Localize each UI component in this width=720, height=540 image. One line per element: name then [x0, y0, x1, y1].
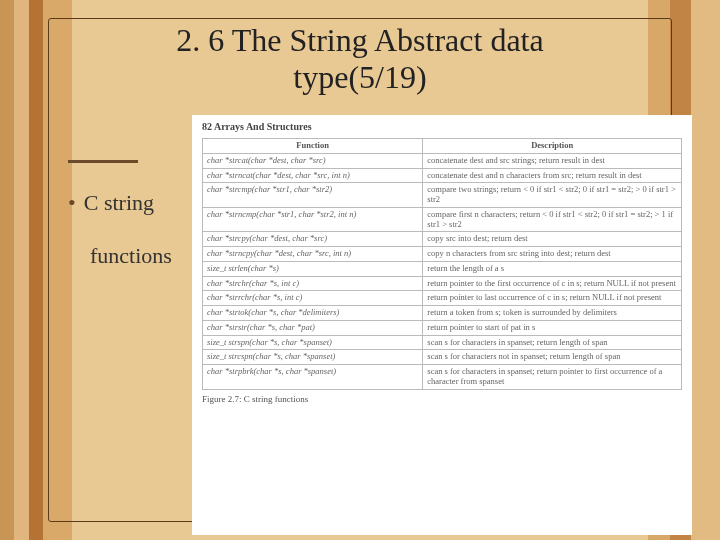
table-row: char *strpbrk(char *s, char *spanset)sca… — [203, 365, 682, 390]
function-signature: char *strncpy(char *dest, char *src, int… — [203, 247, 423, 262]
function-description: return the length of a s — [423, 261, 682, 276]
bullet-text-2: functions — [90, 238, 172, 273]
function-description: scan s for characters not in spanset; re… — [423, 350, 682, 365]
function-signature: char *strcpy(char *dest, char *src) — [203, 232, 423, 247]
table-row: char *strncat(char *dest, char *src, int… — [203, 168, 682, 183]
table-head-description: Description — [423, 139, 682, 154]
function-description: return pointer to start of pat in s — [423, 320, 682, 335]
table-row: char *strchr(char *s, int c)return point… — [203, 276, 682, 291]
function-description: compare first n characters; return < 0 i… — [423, 207, 682, 232]
title-line-1: 2. 6 The String Abstract data — [176, 22, 543, 58]
function-description: concatenate dest and n characters from s… — [423, 168, 682, 183]
function-signature: size_t strlen(char *s) — [203, 261, 423, 276]
table-row: char *strncmp(char *str1, char *str2, in… — [203, 207, 682, 232]
function-signature: char *strrchr(char *s, int c) — [203, 291, 423, 306]
function-description: return pointer to last occurrence of c i… — [423, 291, 682, 306]
function-signature: char *strcmp(char *str1, char *str2) — [203, 183, 423, 208]
scan-page-header: 82 Arrays And Structures — [202, 121, 682, 132]
bullet-block: •C string functions — [68, 185, 172, 273]
function-signature: size_t strspn(char *s, char *spanset) — [203, 335, 423, 350]
table-row: size_t strlen(char *s)return the length … — [203, 261, 682, 276]
decorative-rule — [68, 160, 138, 163]
function-signature: char *strstr(char *s, char *pat) — [203, 320, 423, 335]
table-row: char *strrchr(char *s, int c)return poin… — [203, 291, 682, 306]
string-functions-table: Function Description char *strcat(char *… — [202, 138, 682, 390]
table-row: char *strtok(char *s, char *delimiters)r… — [203, 306, 682, 321]
table-row: char *strncpy(char *dest, char *src, int… — [203, 247, 682, 262]
table-head-function: Function — [203, 139, 423, 154]
function-signature: char *strncmp(char *str1, char *str2, in… — [203, 207, 423, 232]
table-row: char *strcmp(char *str1, char *str2)comp… — [203, 183, 682, 208]
function-description: compare two strings; return < 0 if str1 … — [423, 183, 682, 208]
function-description: copy src into dest; return dest — [423, 232, 682, 247]
table-row: size_t strspn(char *s, char *spanset)sca… — [203, 335, 682, 350]
function-signature: char *strncat(char *dest, char *src, int… — [203, 168, 423, 183]
function-signature: char *strcat(char *dest, char *src) — [203, 153, 423, 168]
slide-title: 2. 6 The String Abstract data type(5/19) — [60, 22, 660, 96]
bullet-dot-icon: • — [68, 190, 76, 215]
table-row: size_t strcspn(char *s, char *spanset)sc… — [203, 350, 682, 365]
function-signature: char *strchr(char *s, int c) — [203, 276, 423, 291]
function-signature: char *strpbrk(char *s, char *spanset) — [203, 365, 423, 390]
table-row: char *strcat(char *dest, char *src)conca… — [203, 153, 682, 168]
figure-caption: Figure 2.7: C string functions — [202, 394, 682, 404]
function-signature: char *strtok(char *s, char *delimiters) — [203, 306, 423, 321]
function-description: copy n characters from src string into d… — [423, 247, 682, 262]
table-row: char *strcpy(char *dest, char *src)copy … — [203, 232, 682, 247]
function-description: concatenate dest and src strings; return… — [423, 153, 682, 168]
table-row: char *strstr(char *s, char *pat)return p… — [203, 320, 682, 335]
function-description: scan s for characters in spanset; return… — [423, 365, 682, 390]
function-signature: size_t strcspn(char *s, char *spanset) — [203, 350, 423, 365]
function-description: scan s for characters in spanset; return… — [423, 335, 682, 350]
book-scan: 82 Arrays And Structures Function Descri… — [192, 115, 692, 535]
title-line-2: type(5/19) — [293, 59, 426, 95]
function-description: return pointer to the first occurrence o… — [423, 276, 682, 291]
function-description: return a token from s; token is surround… — [423, 306, 682, 321]
bullet-text-1: C string — [84, 190, 154, 215]
slide: 2. 6 The String Abstract data type(5/19)… — [0, 0, 720, 540]
